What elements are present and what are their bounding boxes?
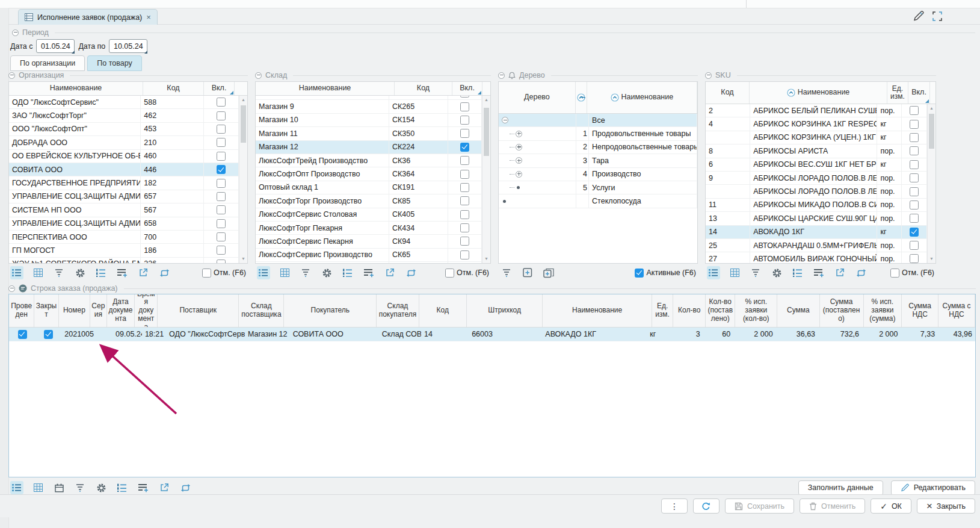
tab-by-organization[interactable]: По организации [10,55,85,71]
open-external-icon[interactable] [833,266,846,279]
row-checkbox[interactable] [217,98,226,107]
order-col-sum-delivered[interactable]: Сумма (поставлено) [820,294,864,327]
row-checkbox[interactable] [910,187,919,196]
sku-scrollbar[interactable]: ▲▼ [927,104,935,263]
calendar-icon[interactable] [52,481,66,494]
list-view-icon[interactable] [10,266,23,279]
order-col-barcode[interactable]: Штрихкод [467,294,543,327]
order-col-name[interactable]: Наименование [543,294,652,327]
tree-row[interactable]: 1 Продовольственные товары [499,127,697,140]
org-mark-checkbox[interactable]: Отм. (F6) [202,269,246,278]
sku-row[interactable]: 25 АВТОКАРАНДАШ 0.5ММ+ГРИФЕЛЬ 55951 пор. [706,239,927,252]
tree-node-icon[interactable] [502,199,507,204]
tree-active-checkbox[interactable]: Активные (F6) [635,269,696,278]
grid-view-icon[interactable] [278,266,291,279]
refresh-button[interactable] [693,498,720,514]
add-nested-node-icon[interactable] [542,266,555,279]
tree-row[interactable]: 5 Услуги [499,181,697,194]
org-row[interactable]: УПРАВЛЕНИЕ СОЦ.ЗАЩИТЫ АДМИНИСТ 658 [9,217,239,231]
filter-icon[interactable] [500,266,513,279]
sklad-row[interactable]: Магазин 11 СК350 [256,127,482,140]
org-row[interactable]: УПРАВЛЕНИЕ СОЦ.ЗАЩИТЫ АДМИНИСТ 657 [9,190,239,203]
org-row[interactable]: ЖЭУ №1 СОВЕТСКОГО РАЙОНА Г.МИНС 226 [9,258,239,263]
sklad-mark-checkbox[interactable]: Отм. (F6) [445,269,489,278]
row-checkbox[interactable] [460,102,469,111]
row-checkbox[interactable] [910,133,919,142]
sklad-scrollbar[interactable]: ▲▼ [482,96,490,263]
sku-row[interactable]: 2 АБРИКОС БЕЛЫЙ ПЕЛИКАН СУШЕНЫЙ 20 пор. [706,104,927,117]
sklad-row[interactable]: Магазин 9 СК265 [256,100,482,113]
filter-icon[interactable] [52,266,66,279]
sklad-row[interactable]: ЛюксСофтТрейд ТРС СК369 [256,262,482,263]
org-col-name[interactable]: Наименование [9,82,143,95]
sklad-row[interactable]: Оптовый склад 1 СК191 [256,181,482,194]
numbered-list-icon[interactable] [94,266,108,279]
row-checkbox[interactable] [217,205,226,214]
row-checkbox[interactable] [910,200,919,210]
row-checkbox[interactable] [460,156,469,165]
sku-row[interactable]: 4 АБРИКОС КОРЗИНКА 1КГ RESPECT кг [706,117,927,131]
tab-execution-of-orders[interactable]: Исполнение заявок (продажа) × [18,9,158,25]
edit-button[interactable]: Редактировать [891,480,975,495]
row-checkbox[interactable] [460,223,469,232]
tree-row[interactable]: Стеклопосуда [499,194,697,208]
sku-col-name[interactable]: Наименование [750,82,887,104]
order-col-series[interactable]: Серия [90,294,106,327]
close-button[interactable]: ×Закрыть [917,498,975,514]
sklad-row[interactable]: ЛюксСофтСервис Столовая СК405 [256,208,482,222]
org-col-code[interactable]: Код [143,82,204,95]
order-col-doc-time[interactable]: Время документа [135,294,158,327]
row-checkbox[interactable] [460,143,469,152]
row-checkbox[interactable] [217,246,226,255]
tree-row[interactable]: Все [499,114,697,127]
numbered-list-icon[interactable] [791,266,804,279]
filter-icon[interactable] [299,266,312,279]
order-col-doc-date[interactable]: Дата документа [107,294,135,327]
settings-gear-icon[interactable] [94,481,108,494]
settings-gear-icon[interactable] [770,266,783,279]
tree-row[interactable]: 3 Тара [499,154,697,167]
add-node-icon[interactable] [521,266,534,279]
order-col-code[interactable]: Код [419,294,467,327]
order-col-pct-qty[interactable]: % исп. заявки (кол-во) [735,294,777,327]
posted-checkbox[interactable] [18,330,27,339]
order-col-unit[interactable]: Ед. изм. [652,294,673,327]
order-col-buyer[interactable]: Покупатель [284,294,377,327]
collapse-icon[interactable] [705,72,712,79]
refresh-loop-icon[interactable] [404,266,418,279]
tree-node-icon[interactable] [516,131,522,137]
org-row[interactable]: СОВИТА ООО 446 [9,163,239,176]
sku-row[interactable]: 6 АБРИКОСЫ ВЕС.СУШ 1КГ НЕТ БРЕНДА кг [706,158,927,172]
row-checkbox[interactable] [460,183,469,192]
tree-node-icon[interactable] [502,117,508,123]
grid-view-icon[interactable] [728,266,741,279]
filter-icon[interactable] [73,481,87,494]
row-checkbox[interactable] [910,173,919,182]
add-rows-icon[interactable] [362,266,375,279]
refresh-loop-icon[interactable] [854,266,868,279]
edit-pencil-icon[interactable] [913,10,925,22]
grid-view-icon[interactable] [31,266,45,279]
ok-button[interactable]: ✓ОК [871,498,911,514]
order-col-pct-sum[interactable]: % исп. заявки (сумма) [864,294,902,327]
collapse-icon[interactable] [8,72,15,79]
row-checkbox[interactable] [217,152,226,161]
row-checkbox[interactable] [910,254,919,263]
sklad-col-code[interactable]: Код [395,82,452,95]
row-checkbox[interactable] [217,192,226,201]
numbered-list-icon[interactable] [341,266,354,279]
settings-gear-icon[interactable] [320,266,333,279]
tree-row[interactable]: 4 Производство [499,168,697,181]
tree-col-tree[interactable]: Дерево [499,82,576,113]
order-col-supplier-sklad[interactable]: Склад поставщика [239,294,284,327]
order-col-posted[interactable]: Проведен [9,294,34,327]
row-checkbox[interactable] [217,259,226,263]
fill-data-button[interactable]: Заполнить данные [798,480,883,495]
sku-row[interactable]: 9 АБРИКОСЫ ЛОРАДО ПОЛОВ.В ЛЕГ.СИР. 4 пор… [706,172,927,185]
sklad-row[interactable]: ЛюксСофтСервис Производство СК65 [256,249,482,262]
sku-mark-checkbox[interactable]: Отм. (F6) [890,269,934,278]
org-row[interactable]: ГП МОГОСТ 186 [9,244,239,257]
row-checkbox[interactable] [460,196,469,205]
filter-icon[interactable] [749,266,762,279]
tree-col-name[interactable]: Наименование [587,82,697,113]
